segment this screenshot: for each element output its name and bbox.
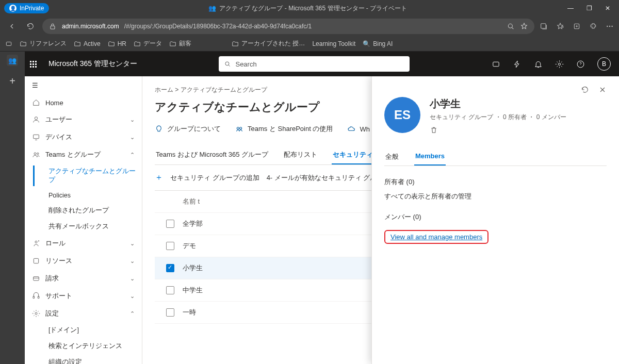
nav-devices[interactable]: デバイス⌄ [25, 128, 142, 146]
app-launcher-icon[interactable] [30, 61, 38, 68]
manage-members-link[interactable]: View all and manage members [390, 233, 482, 241]
search-icon[interactable] [507, 22, 515, 30]
svg-rect-13 [34, 135, 39, 138]
owners-heading: 所有者 (0) [384, 177, 607, 187]
delete-group-icon[interactable] [430, 126, 566, 136]
browser-sidebar: 👥 + [0, 52, 25, 364]
user-avatar[interactable]: B [597, 57, 611, 71]
svg-point-10 [558, 63, 560, 65]
manage-owners-link[interactable]: すべての表示と所有者の管理 [384, 192, 607, 201]
bookmark-tabs-button[interactable] [5, 40, 12, 47]
bookmark-item[interactable]: アーカイブされた 授… [232, 39, 305, 48]
svg-point-16 [35, 241, 37, 243]
row-checkbox[interactable] [166, 220, 174, 228]
collections-icon[interactable] [573, 22, 581, 30]
window-restore[interactable]: ❐ [585, 5, 593, 12]
nav-policies[interactable]: Policies [44, 188, 142, 203]
bookmark-item[interactable]: Learning Toolkit [312, 40, 355, 47]
tab-distribution[interactable]: 配布リスト [283, 146, 318, 164]
bookmark-item[interactable]: HR [108, 40, 126, 47]
sidebar-app-icon[interactable]: 👥 [7, 55, 18, 66]
nav-shared-mailboxes[interactable]: 共有メールボックス [44, 219, 142, 235]
bookmark-item[interactable]: データ [134, 39, 162, 48]
nav-support[interactable]: サポート⌄ [25, 287, 142, 305]
extensions-icon[interactable] [589, 22, 597, 30]
cloud-link[interactable]: Wh [347, 125, 370, 133]
nav-search-intelligence[interactable]: 検索とインテリジェンス [44, 338, 142, 354]
nav-deleted-groups[interactable]: 削除されたグループ [44, 203, 142, 219]
bookmark-item[interactable]: 顧客 [169, 39, 191, 48]
group-title: 小学生 [430, 97, 566, 111]
svg-rect-2 [541, 24, 546, 28]
card-icon[interactable] [492, 60, 500, 69]
svg-point-8 [225, 62, 229, 65]
svg-rect-7 [6, 42, 11, 45]
lock-icon [48, 22, 57, 30]
sidebar-add-button[interactable]: + [9, 75, 15, 87]
hamburger-icon[interactable]: ☰ [25, 76, 142, 94]
members-heading: メンバー (0) [384, 212, 607, 222]
help-icon[interactable] [576, 60, 585, 69]
svg-point-14 [34, 153, 36, 155]
panel-refresh-icon[interactable] [581, 86, 589, 94]
nav-billing[interactable]: 請求⌄ [25, 270, 142, 287]
bell-icon[interactable] [534, 60, 543, 69]
svg-rect-17 [34, 258, 38, 263]
row-checkbox[interactable] [166, 264, 174, 272]
group-meta: セキュリティ グループ ・ 0 所有者 ・ 0 メンバー [430, 113, 566, 122]
flash-icon[interactable] [513, 60, 522, 69]
group-avatar: ES [384, 97, 420, 133]
nav-settings[interactable]: 設定⌃ [25, 305, 142, 322]
bookmark-item[interactable]: 🔍Bing AI [363, 40, 393, 47]
tabs-icon[interactable] [540, 22, 548, 30]
row-checkbox[interactable] [166, 286, 174, 294]
svg-point-23 [240, 127, 242, 129]
add-security-group-button[interactable]: ＋ [155, 172, 163, 183]
window-close[interactable]: ✕ [604, 5, 612, 12]
refresh-button[interactable] [24, 20, 37, 33]
address-bar[interactable]: admin.microsoft.com/#/groups/:/GroupDeta… [42, 19, 534, 34]
panel-tab-members[interactable]: Members [414, 148, 446, 166]
back-button[interactable] [5, 20, 19, 33]
nav-users[interactable]: ユーザー⌄ [25, 111, 142, 128]
row-checkbox[interactable] [166, 308, 174, 317]
menu-icon[interactable] [606, 22, 614, 30]
group-details-panel: ES 小学生 セキュリティ グループ ・ 0 所有者 ・ 0 メンバー 全般 M… [371, 76, 619, 364]
svg-point-22 [237, 127, 239, 129]
panel-close-icon[interactable] [598, 86, 607, 94]
gear-icon[interactable] [555, 60, 564, 69]
nav-domains[interactable]: [ドメイン] [44, 322, 142, 338]
suite-search-input[interactable]: Search [219, 56, 410, 72]
tab-teams-m365[interactable]: Teams および Microsoft 365 グループ [155, 146, 269, 164]
row-checkbox[interactable] [166, 242, 174, 250]
svg-point-21 [35, 312, 37, 315]
svg-point-6 [612, 26, 612, 26]
window-minimize[interactable]: — [566, 5, 575, 12]
bookmark-item[interactable]: リファレンス [20, 39, 67, 48]
suite-brand: Microsoft 365 管理センター [48, 59, 137, 69]
svg-rect-9 [493, 62, 499, 67]
panel-tab-general[interactable]: 全般 [384, 148, 400, 166]
about-groups-link[interactable]: グループについて [155, 124, 221, 134]
admin-left-nav: ☰ Home ユーザー⌄ デバイス⌄ Teams とグループ⌃ [25, 76, 142, 364]
highlight-annotation: View all and manage members [384, 230, 488, 244]
bookmark-item[interactable]: Active [74, 40, 101, 47]
nav-teams-groups[interactable]: Teams とグループ⌃ [25, 146, 142, 163]
nav-roles[interactable]: ロール⌄ [25, 235, 142, 252]
svg-point-1 [508, 24, 512, 28]
nav-active-teams-groups[interactable]: アクティブなチームとグループ [44, 163, 142, 188]
inprivate-badge: 👤InPrivate [4, 3, 49, 13]
tab-title: 👥アクティブ なグループ - Microsoft 365 管理センター - プラ… [53, 4, 562, 13]
svg-point-12 [35, 117, 37, 120]
svg-rect-0 [51, 26, 55, 29]
svg-point-15 [37, 153, 39, 154]
nav-resources[interactable]: リソース⌄ [25, 252, 142, 270]
svg-rect-18 [34, 277, 39, 280]
teams-sharepoint-usage-link[interactable]: Teams と SharePoint の使用 [235, 124, 333, 134]
nav-org-settings[interactable]: 組織の設定 [44, 354, 142, 364]
nav-home[interactable]: Home [25, 94, 142, 111]
favorites-icon[interactable] [556, 22, 564, 30]
svg-point-4 [607, 26, 608, 26]
svg-point-5 [609, 26, 610, 26]
star-icon[interactable] [520, 22, 528, 30]
